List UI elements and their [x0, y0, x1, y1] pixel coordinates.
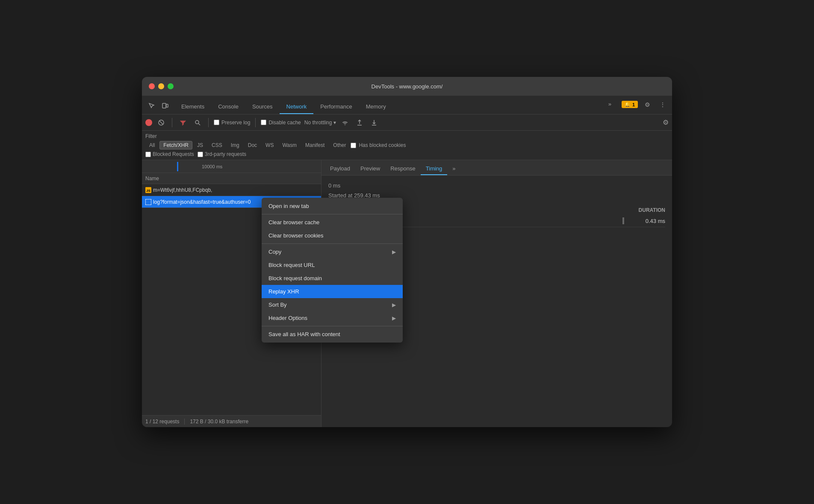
menu-item-header-options[interactable]: Header Options ▶	[262, 311, 403, 325]
timeline-marker-10000: 10000 ms	[202, 164, 222, 169]
chevron-down-icon: ▾	[333, 120, 336, 126]
main-content: 10000 ms Name JS	[142, 160, 672, 427]
menu-item-clear-cache[interactable]: Clear browser cache	[262, 216, 403, 229]
filter-css[interactable]: CSS	[208, 141, 226, 149]
close-button[interactable]	[149, 83, 155, 89]
upload-icon	[354, 117, 365, 128]
network-settings-button[interactable]: ⚙	[663, 118, 669, 126]
disable-cache-checkbox[interactable]: Disable cache	[261, 120, 301, 126]
has-blocked-cookies: Has blocked cookies	[351, 142, 406, 148]
search-button[interactable]	[192, 117, 203, 128]
more-menu-button[interactable]: ⋮	[657, 99, 669, 111]
name-column-header: Name	[145, 176, 318, 182]
svg-rect-12	[145, 199, 151, 205]
svg-rect-0	[162, 103, 166, 108]
filter-other[interactable]: Other	[329, 141, 350, 149]
row-name: m=Wt6vjf,hhhU8,FCpbqb,	[153, 187, 318, 193]
toolbar-separator-3	[255, 118, 256, 127]
third-party-checkbox[interactable]: 3rd-party requests	[198, 151, 246, 157]
tab-memory[interactable]: Memory	[359, 100, 393, 114]
devtools-left-icons	[145, 100, 171, 114]
toolbar-separator-2	[208, 118, 209, 127]
more-detail-tabs[interactable]: »	[447, 163, 460, 175]
device-toolbar-button[interactable]	[159, 100, 171, 111]
svg-rect-1	[166, 104, 168, 107]
menu-item-clear-cookies[interactable]: Clear browser cookies	[262, 229, 403, 242]
filter-types: All Fetch/XHR JS CSS Img Doc WS Wasm	[145, 141, 669, 149]
header-options-submenu-arrow: ▶	[392, 315, 396, 321]
filter-button[interactable]	[177, 117, 189, 128]
window-title: DevTools - www.google.com/	[372, 83, 443, 90]
maximize-button[interactable]	[168, 83, 174, 89]
network-toolbar: Preserve log Disable cache No throttling…	[142, 114, 672, 131]
requests-count: 1 / 12 requests	[145, 419, 179, 425]
timing-ms-label: 0 ms	[328, 182, 665, 190]
svg-line-3	[159, 121, 163, 124]
download-icon	[369, 117, 380, 128]
menu-separator-2	[262, 243, 403, 244]
menu-item-block-domain[interactable]: Block request domain	[262, 272, 403, 285]
bell-icon: 🔔	[625, 102, 631, 107]
traffic-lights	[149, 83, 174, 89]
js-icon: JS	[145, 187, 151, 193]
tab-performance[interactable]: Performance	[313, 100, 359, 114]
menu-item-copy[interactable]: Copy ▶	[262, 245, 403, 258]
detail-tabs: Payload Preview Response Timing »	[321, 160, 672, 176]
preserve-log-checkbox[interactable]: Preserve log	[214, 120, 250, 126]
settings-button[interactable]: ⚙	[641, 99, 653, 111]
menu-item-save-har[interactable]: Save all as HAR with content	[262, 328, 403, 341]
queueing-value: 0.43 ms	[631, 218, 665, 224]
filter-row2: Blocked Requests 3rd-party requests	[145, 151, 669, 157]
tab-response[interactable]: Response	[385, 163, 421, 175]
tab-network[interactable]: Network	[280, 100, 314, 114]
transfer-size: 172 B / 30.0 kB transferre	[190, 419, 248, 425]
filter-img[interactable]: Img	[227, 141, 243, 149]
more-icon: ⋮	[660, 101, 666, 108]
copy-submenu-arrow: ▶	[392, 249, 396, 255]
filter-manifest[interactable]: Manifest	[301, 141, 328, 149]
devtools-tabs-bar: Elements Console Sources Network Perform…	[142, 96, 672, 114]
settings-icon: ⚙	[663, 119, 669, 126]
context-menu: Open in new tab Clear browser cache Clea…	[262, 198, 403, 343]
table-row[interactable]: JS m=Wt6vjf,hhhU8,FCpbqb,	[142, 184, 321, 196]
svg-text:JS: JS	[146, 189, 150, 193]
menu-item-open-tab[interactable]: Open in new tab	[262, 199, 403, 213]
filter-ws[interactable]: WS	[262, 141, 277, 149]
toolbar-separator-1	[172, 118, 172, 127]
tab-payload[interactable]: Payload	[325, 163, 355, 175]
menu-item-replay-xhr[interactable]: Replay XHR	[262, 285, 403, 298]
tab-preview[interactable]: Preview	[355, 163, 385, 175]
record-button[interactable]	[145, 119, 152, 126]
more-tabs-button[interactable]: »	[602, 97, 618, 111]
menu-separator-3	[262, 326, 403, 326]
filter-doc[interactable]: Doc	[244, 141, 261, 149]
clear-button[interactable]	[156, 117, 167, 128]
queueing-bar	[622, 217, 624, 224]
tab-console[interactable]: Console	[211, 100, 245, 114]
tab-elements[interactable]: Elements	[174, 100, 211, 114]
minimize-button[interactable]	[158, 83, 164, 89]
inspect-element-button[interactable]	[145, 100, 157, 111]
wifi-icon	[339, 117, 351, 128]
notification-badge[interactable]: 🔔 1	[622, 101, 638, 108]
filter-fetch-xhr[interactable]: Fetch/XHR	[159, 141, 192, 149]
menu-item-sort-by[interactable]: Sort By ▶	[262, 298, 403, 311]
titlebar: DevTools - www.google.com/	[142, 77, 672, 96]
devtools-window: DevTools - www.google.com/ Elements Cons…	[142, 77, 672, 427]
has-blocked-cookies-checkbox[interactable]	[351, 143, 356, 148]
blocked-requests-checkbox[interactable]: Blocked Requests	[145, 151, 194, 157]
menu-separator-1	[262, 214, 403, 214]
tab-timing[interactable]: Timing	[421, 163, 448, 175]
tabs-right-controls: » 🔔 1 ⚙ ⋮	[602, 97, 669, 114]
network-list-header: Name	[142, 173, 321, 184]
filter-bar: Filter All Fetch/XHR JS CSS Img Doc WS	[142, 131, 672, 160]
filter-label: Filter	[145, 133, 669, 139]
status-separator	[184, 419, 185, 425]
filter-js[interactable]: JS	[193, 141, 207, 149]
svg-line-5	[198, 123, 200, 125]
filter-all[interactable]: All	[145, 141, 159, 149]
menu-item-block-url[interactable]: Block request URL	[262, 258, 403, 272]
filter-wasm[interactable]: Wasm	[278, 141, 301, 149]
tab-sources[interactable]: Sources	[245, 100, 280, 114]
throttle-selector[interactable]: No throttling ▾	[304, 120, 336, 126]
